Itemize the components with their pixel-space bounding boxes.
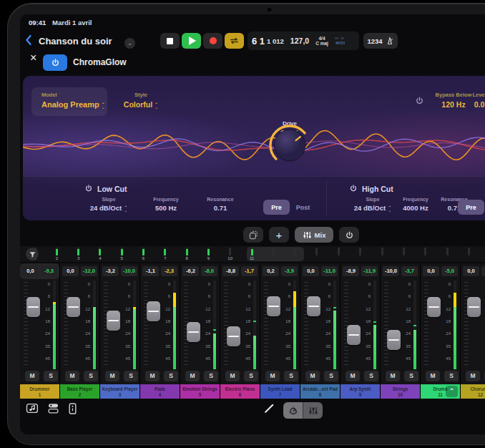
mute-button[interactable]: M: [386, 371, 400, 381]
solo-button[interactable]: S: [284, 371, 298, 381]
track-name-band[interactable]: Drummer1: [20, 384, 59, 399]
fader-handle[interactable]: [427, 297, 441, 317]
low-cut-frequency[interactable]: Frequency500 Hz: [143, 197, 189, 212]
style-selector[interactable]: Style Colorful⌃⌄: [116, 92, 166, 109]
playhead-position[interactable]: 6 1: [252, 36, 265, 47]
track-name-band[interactable]: Electric Piano6: [220, 384, 260, 399]
song-menu-chevron-icon[interactable]: ⌄: [124, 38, 135, 49]
mute-button[interactable]: M: [426, 371, 440, 381]
solo-button[interactable]: S: [324, 371, 338, 381]
fader-value-readout[interactable]: 0,0: [62, 266, 79, 276]
model-selector[interactable]: Model Analog Preamp⌃⌄: [31, 87, 107, 116]
metronome-icon[interactable]: [386, 36, 394, 45]
fader-value-readout[interactable]: 0,2: [263, 266, 279, 276]
fader-handle[interactable]: [267, 296, 280, 316]
song-title[interactable]: Chanson du soir: [39, 36, 112, 47]
solo-button[interactable]: S: [204, 371, 218, 381]
tempo-readout[interactable]: 127,0: [290, 36, 309, 45]
fader-value-readout[interactable]: 0,0: [463, 266, 479, 276]
track-name-band[interactable]: Chorus V12: [461, 384, 485, 399]
track-name-band[interactable]: Emotion Strings5: [180, 384, 220, 399]
fader-value-readout[interactable]: -10,0: [383, 266, 399, 276]
fader-handle[interactable]: [107, 311, 120, 331]
solo-button[interactable]: S: [364, 371, 378, 381]
fader-handle[interactable]: [387, 330, 401, 350]
library-button[interactable]: [47, 402, 59, 414]
mute-button[interactable]: M: [65, 371, 79, 381]
solo-button[interactable]: S: [44, 371, 58, 381]
close-plugin-button[interactable]: ×: [30, 52, 36, 64]
edit-button[interactable]: [263, 402, 275, 414]
mute-button[interactable]: M: [185, 371, 200, 381]
high-cut-slope[interactable]: Slope 24 dB/Oct⌃⌄: [351, 197, 395, 212]
back-chevron-icon[interactable]: [24, 34, 32, 46]
filter-button[interactable]: [26, 248, 39, 260]
fader-handle[interactable]: [26, 297, 40, 317]
controls-view-button[interactable]: [283, 402, 303, 419]
fader-handle[interactable]: [187, 322, 200, 342]
count-in-button[interactable]: 1234: [363, 33, 398, 49]
record-button[interactable]: [203, 33, 222, 49]
solo-button[interactable]: S: [404, 371, 418, 381]
track-name-band[interactable]: Pads4: [140, 384, 180, 399]
low-cut-slope[interactable]: Slope 24 dB/Oct⌃⌄: [86, 197, 132, 212]
fader-handle[interactable]: [467, 297, 481, 317]
cycle-button[interactable]: [225, 33, 244, 49]
fader-value-readout[interactable]: 0,0: [303, 266, 319, 276]
lcd-display[interactable]: 6 1 1 012 127,0 4/4 C maj MIDI: [248, 31, 359, 50]
fader-value-readout[interactable]: -6,2: [182, 266, 199, 276]
pre-button[interactable]: Pre: [263, 200, 290, 215]
track-name-band[interactable]: Arcade...eet Pad8: [300, 384, 340, 399]
fader-value-readout[interactable]: -1,1: [142, 266, 159, 276]
fader-value-readout[interactable]: 0,0: [423, 266, 439, 276]
post-button[interactable]: Post: [290, 200, 316, 215]
high-cut-frequency[interactable]: Frequency4000 Hz: [393, 197, 438, 212]
drive-knob[interactable]: [265, 120, 315, 170]
solo-button[interactable]: S: [124, 371, 138, 381]
plugin-power-button[interactable]: [43, 54, 67, 71]
mixer-power-button[interactable]: [339, 227, 359, 243]
high-cut-power-icon[interactable]: [349, 184, 358, 193]
track-name-band[interactable]: Strings10: [381, 384, 420, 399]
solo-button[interactable]: S: [164, 371, 178, 381]
mix-mode-button[interactable]: Mix: [295, 227, 333, 243]
track-name-band[interactable]: Synth Lead7: [260, 384, 300, 399]
mute-button[interactable]: M: [466, 371, 480, 381]
browser-button[interactable]: [26, 402, 40, 414]
stop-button[interactable]: [160, 33, 180, 49]
level-control[interactable]: Level 0.0: [458, 92, 485, 109]
track-name-band[interactable]: Bass Player2: [60, 384, 99, 399]
signature-key[interactable]: 4/4 C maj: [315, 36, 328, 46]
fader-handle[interactable]: [227, 326, 240, 346]
add-track-button[interactable]: +: [269, 227, 289, 243]
mute-button[interactable]: M: [105, 371, 119, 381]
mute-button[interactable]: M: [305, 371, 320, 381]
fader-value-readout[interactable]: -8,8: [222, 266, 239, 276]
track-name-band[interactable]: Arp Synth9: [341, 384, 380, 399]
mute-button[interactable]: M: [346, 371, 360, 381]
mute-button[interactable]: M: [25, 371, 39, 381]
fader-value-readout[interactable]: -8,9: [343, 266, 359, 276]
solo-button[interactable]: S: [84, 371, 98, 381]
fader-handle[interactable]: [307, 296, 320, 316]
low-cut-power-icon[interactable]: [84, 184, 93, 193]
solo-button[interactable]: S: [444, 371, 459, 381]
mute-button[interactable]: M: [225, 371, 240, 381]
fader-handle[interactable]: [67, 297, 80, 317]
bypass-power-icon[interactable]: [415, 96, 424, 105]
track-name-band[interactable]: Drums11⌃: [421, 384, 460, 399]
duplicate-button[interactable]: [243, 227, 263, 243]
low-cut-resonance[interactable]: Resonance0.71: [200, 197, 240, 212]
collapse-chevron-icon[interactable]: ⌃: [446, 386, 458, 397]
fader-handle[interactable]: [347, 325, 361, 345]
mute-button[interactable]: M: [265, 371, 280, 381]
solo-button[interactable]: S: [244, 371, 258, 381]
play-button[interactable]: [182, 33, 201, 49]
fader-handle[interactable]: [147, 301, 160, 321]
mute-button[interactable]: M: [145, 371, 160, 381]
track-name-band[interactable]: Keyboard Player3: [100, 384, 139, 399]
faders-view-button[interactable]: [303, 402, 323, 419]
fader-value-readout[interactable]: -3,2: [102, 266, 119, 276]
pre-button[interactable]: Pre: [458, 200, 484, 215]
fader-value-readout[interactable]: 0,0: [22, 266, 39, 276]
